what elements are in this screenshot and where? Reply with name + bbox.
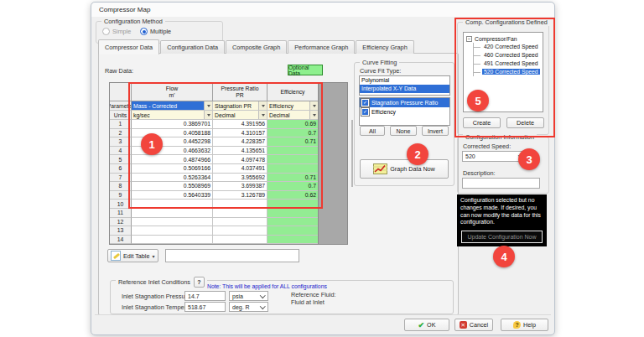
efficiency-cell[interactable] [267,155,319,164]
units-flow-dropdown[interactable]: kg/sec [132,111,213,120]
window-title: Compressor Map [91,3,554,17]
flow-cell[interactable]: 0.4874966 [132,155,213,164]
edit-table-button[interactable]: Edit Table ▾ [107,249,158,262]
create-button[interactable]: Create [463,117,501,128]
efficiency-cell[interactable] [267,209,319,218]
dropdown-arrow-icon[interactable] [309,111,318,119]
pressure-ratio-cell[interactable] [213,218,267,227]
series-checkbox-list[interactable]: ✓ Stagnation Pressure Ratio ✓ Efficiency [359,97,450,126]
tree-item-520-corrected-speed[interactable]: 520 Corrected Speed [474,68,543,76]
flow-cell[interactable] [132,218,213,227]
efficiency-cell[interactable] [267,236,319,245]
flow-cell[interactable]: 0.3869701 [132,120,213,129]
dropdown-arrow-icon[interactable] [309,101,318,110]
efficiency-cell[interactable] [267,200,319,209]
optional-data-button[interactable]: Optional Data [288,65,323,75]
dropdown-arrow-icon[interactable] [258,111,267,119]
efficiency-cell[interactable] [267,218,319,227]
tab-compressor-data[interactable]: Compressor Data [98,39,159,54]
units-eff-dropdown[interactable]: Decimal [267,111,319,120]
panel-splitter[interactable] [351,120,353,187]
pressure-ratio-cell[interactable]: 4.228357 [213,137,267,147]
efficiency-cell[interactable] [267,226,319,236]
flow-cell[interactable] [132,236,213,245]
tree-root[interactable]: − Compressor/Fan [466,34,543,43]
edit-table-dropdown-icon[interactable]: ▾ [152,253,154,259]
flow-cell[interactable] [132,226,213,236]
efficiency-cell[interactable]: 0.71 [267,137,319,147]
ok-button[interactable]: ✔ OK [404,319,449,331]
checkbox-checked-icon[interactable]: ✓ [361,99,369,106]
flow-cell[interactable]: 0.4663632 [132,147,213,156]
pressure-ratio-cell[interactable]: 4.037491 [213,164,267,174]
inlet-pressure-field[interactable]: 14.7 [184,291,226,301]
update-configuration-button[interactable]: Update Configuration Now [461,231,543,243]
tab-composite-graph[interactable]: Composite Graph [226,40,287,54]
dropdown-arrow-icon[interactable] [258,101,267,110]
efficiency-cell[interactable]: 0.7 [267,182,319,191]
dropdown-arrow-icon[interactable] [204,111,212,119]
pressure-ratio-cell[interactable]: 3.955692 [213,174,267,183]
help-button[interactable]: ? Help [501,319,548,331]
pressure-ratio-cell[interactable]: 4.391956 [213,120,267,129]
tree-item-460-corrected-speed[interactable]: 460 Corrected Speed [474,51,543,60]
flow-cell[interactable] [132,200,213,209]
temperature-unit-combo[interactable]: deg. R [229,302,268,312]
checkbox-checked-icon[interactable]: ✓ [361,108,369,116]
flow-cell[interactable]: 0.5069166 [132,164,213,174]
delete-button[interactable]: Delete [506,117,544,128]
efficiency-cell[interactable]: 0.69 [267,120,319,129]
all-button[interactable]: All [360,126,385,136]
edit-table-field[interactable] [165,249,299,262]
description-field[interactable] [462,178,540,189]
pressure-ratio-cell[interactable]: 3.126789 [213,191,267,200]
tree-item-491-corrected-speed[interactable]: 491 Corrected Speed [474,60,543,68]
flow-cell[interactable] [132,209,213,218]
flow-cell[interactable]: 0.5263364 [132,174,213,183]
tab-efficiency-graph[interactable]: Efficiency Graph [356,40,413,54]
tab-configuration-data[interactable]: Configuration Data [160,40,225,54]
dropdown-arrow-icon[interactable] [204,101,212,110]
pressure-unit-combo[interactable]: psia [229,291,268,301]
efficiency-cell[interactable]: 0.62 [267,191,319,200]
help-question-button[interactable]: ? [194,277,205,288]
parameter-flow-dropdown[interactable]: Mass - Corrected [132,101,213,111]
fit-type-interpolated-x-y-data[interactable]: Interpolated X-Y Data [360,85,449,93]
pressure-ratio-cell[interactable] [213,236,267,245]
efficiency-cell[interactable]: 0.71 [267,174,319,183]
invert-button[interactable]: Invert [422,126,449,136]
none-button[interactable]: None [390,126,417,136]
pressure-ratio-cell[interactable]: 4.310157 [213,129,267,138]
flow-cell[interactable]: 0.5640339 [132,191,213,200]
efficiency-cell[interactable] [267,147,319,156]
pressure-ratio-cell[interactable]: 4.135651 [213,147,267,156]
pressure-ratio-cell[interactable] [213,226,267,236]
units-pr-dropdown[interactable]: Decimal [213,111,267,120]
corrected-speed-combo[interactable]: 520 [462,151,527,162]
parameter-eff-dropdown[interactable]: Efficiency [267,101,319,111]
pressure-ratio-cell[interactable] [213,200,267,209]
series-check-stagnation-pressure-ratio[interactable]: ✓ Stagnation Pressure Ratio [360,98,449,107]
series-check-efficiency[interactable]: ✓ Efficiency [360,107,449,117]
configurations-tree[interactable]: − Compressor/Fan 420 Corrected Speed460 … [463,32,543,112]
tree-item-420-corrected-speed[interactable]: 420 Corrected Speed [474,43,543,51]
pressure-ratio-cell[interactable] [213,209,267,218]
efficiency-cell[interactable]: 0.7 [267,129,319,138]
flow-cell[interactable]: 0.4058188 [132,129,213,138]
pressure-ratio-cell[interactable]: 3.699387 [213,182,267,191]
cancel-button[interactable]: ✕ Cancel [454,319,493,331]
curve-fit-type-listbox[interactable]: PolynomialInterpolated X-Y Data [359,75,450,96]
tree-collapse-icon[interactable]: − [466,36,472,42]
fit-type-polynomial[interactable]: Polynomial [360,76,449,85]
flow-cell[interactable]: 0.5508969 [132,182,213,191]
pressure-ratio-cell[interactable]: 4.097478 [213,155,267,164]
parameter-pr-dropdown[interactable]: Stagnation PR [213,101,267,111]
radio-simple[interactable]: Simple [102,28,131,35]
radio-multiple[interactable]: Multiple [140,28,171,35]
reference-group-label: Reference Inlet Conditions ? [116,277,207,288]
tab-performance-graph[interactable]: Performance Graph [288,40,355,54]
efficiency-cell[interactable] [267,164,319,174]
flow-cell[interactable]: 0.4452298 [132,137,213,147]
inlet-temperature-field[interactable]: 518.67 [184,302,226,312]
graph-data-now-button[interactable]: Graph Data Now [360,159,449,179]
